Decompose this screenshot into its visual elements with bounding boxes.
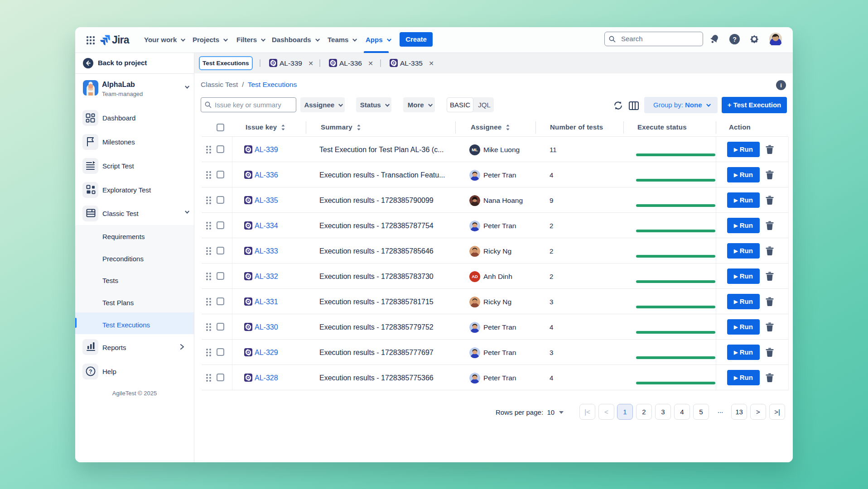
svg-text:?: ? <box>733 36 737 43</box>
svg-text:i: i <box>780 82 782 89</box>
svg-text:?: ? <box>89 369 92 375</box>
